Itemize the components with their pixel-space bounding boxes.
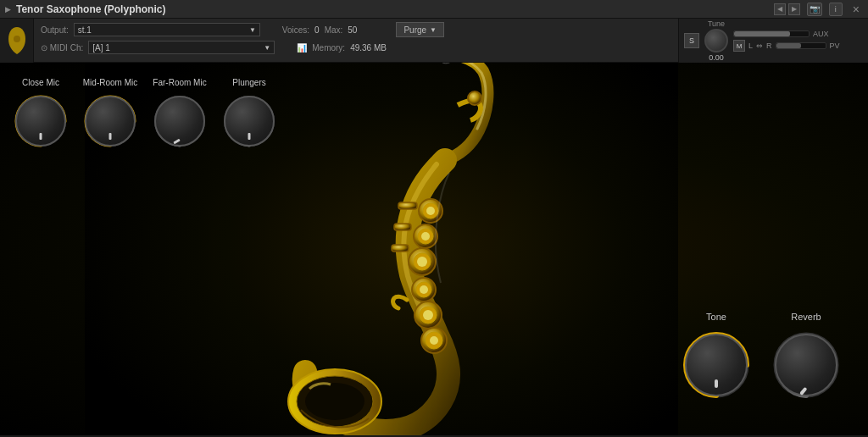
svg-point-4 [305,383,364,420]
s-button[interactable]: S [684,33,699,48]
far-room-mic-label: Far-Room Mic [153,78,206,87]
reverb-control: Reverb [770,312,843,401]
close-mic-control: Close Mic [12,78,70,150]
svg-point-17 [420,285,428,294]
max-label: Max: [325,25,343,35]
far-room-mic-control: Far-Room Mic [151,78,209,150]
svg-rect-23 [392,245,409,252]
svg-point-11 [421,232,430,241]
reverb-label: Reverb [791,312,821,322]
logo-area [0,19,34,63]
lr-label: L [748,41,753,50]
plungers-control: Plungers [220,78,278,150]
max-value: 50 [348,25,357,35]
plungers-knob[interactable] [220,92,278,150]
info-icon[interactable]: i [829,3,843,16]
tone-control: Tone [680,312,753,401]
voices-value: 0 [314,25,320,35]
svg-point-8 [426,207,435,215]
bottom-controls-panel: Tone Reverb [680,312,843,401]
midi-dropdown[interactable]: [A] 1▼ [88,41,275,54]
m-button[interactable]: M [733,40,745,52]
collapse-arrow[interactable]: ▶ [5,5,11,14]
tune-knob[interactable] [704,29,728,53]
svg-point-14 [417,257,427,267]
volume-slider[interactable] [733,30,810,37]
svg-point-5 [468,91,481,105]
close-button[interactable]: × [849,3,863,16]
memory-icon: 📊 [297,43,307,53]
mid-room-mic-label: Mid-Room Mic [83,78,137,87]
tone-knob[interactable] [680,329,753,401]
output-dropdown[interactable]: st.1▼ [74,23,260,36]
memory-label: Memory: [312,43,345,53]
mid-room-mic-knob[interactable] [81,92,139,150]
tone-label: Tone [706,312,726,322]
svg-rect-21 [398,202,417,209]
tune-label: Tune [708,19,725,28]
svg-point-0 [14,36,20,42]
pv-label: PV [830,41,840,50]
svg-rect-22 [394,224,411,230]
voices-label: Voices: [282,25,309,35]
tune-value: 0.00 [709,53,724,62]
svg-point-20 [423,310,433,320]
main-content: Close Mic Mid-Room Mic [0,63,868,435]
r-label: R [766,41,772,50]
mid-room-mic-control: Mid-Room Mic [81,78,139,150]
close-mic-knob[interactable] [12,92,70,150]
stereo-icon[interactable]: ⇔ [756,41,763,50]
aux-label: AUX [813,30,829,38]
svg-point-26 [430,336,438,345]
midi-label: ⊙ MIDI Ch: [41,43,83,53]
purge-button[interactable]: Purge▼ [396,22,444,37]
reverb-knob[interactable] [770,329,843,401]
plungers-label: Plungers [232,78,265,87]
pan-slider[interactable] [776,42,826,49]
mic-controls-panel: Close Mic Mid-Room Mic [12,78,278,150]
nav-next[interactable]: ▶ [788,3,800,15]
memory-value: 49.36 MB [350,43,387,53]
close-mic-label: Close Mic [22,78,59,87]
nav-prev[interactable]: ◀ [774,3,786,15]
output-label: Output: [41,25,69,35]
far-room-mic-knob[interactable] [151,92,209,150]
instrument-name: Tenor Saxophone (Polyphonic) [16,3,165,15]
camera-icon[interactable]: 📷 [807,3,822,16]
